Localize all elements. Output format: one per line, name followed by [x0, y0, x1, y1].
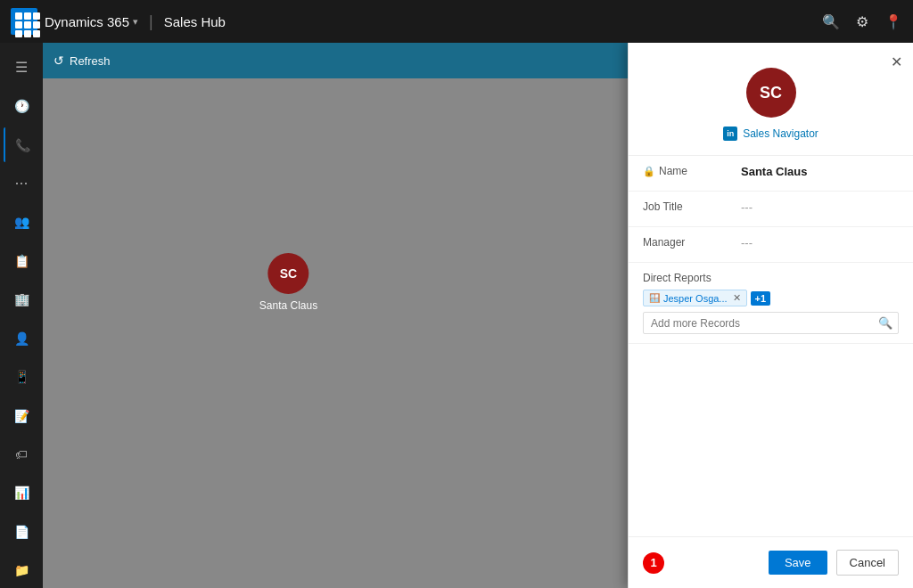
report-tag-name: Jesper Osga... [663, 293, 728, 304]
sidebar-item-contacts[interactable]: 👥 [4, 205, 39, 240]
sidebar-item-more[interactable]: ··· [4, 166, 39, 200]
sidebar-item-accounts[interactable]: 🏢 [4, 282, 39, 317]
nav-separator: | [149, 12, 153, 31]
canvas-avatar-initials: SC [280, 266, 297, 281]
panel-avatar: SC [746, 68, 796, 118]
report-tag: 🪟 Jesper Osga... ✕ [643, 290, 747, 306]
refresh-label: Refresh [70, 54, 111, 68]
lock-icon: 🔒 [643, 166, 655, 177]
dynamics-label: Dynamics 365 [45, 14, 129, 29]
nav-icons: 🔍 ⚙ 📍 [822, 13, 902, 30]
notification-badge: 1 [643, 552, 664, 574]
side-panel: ✕ SC in Sales Navigator 🔒 Name Santa Cla… [628, 43, 913, 588]
direct-reports-label: Direct Reports [643, 272, 711, 284]
sidebar-item-docs[interactable]: 📄 [4, 514, 39, 549]
sidebar-item-phone[interactable]: 📞 [4, 127, 39, 162]
job-title-field-row: Job Title --- [629, 192, 913, 227]
panel-footer: 1 Save Cancel [629, 536, 913, 588]
report-tag-icon: 🪟 [649, 293, 660, 303]
job-title-value: --- [741, 200, 899, 214]
report-tag-close[interactable]: ✕ [733, 292, 741, 304]
main-layout: ☰ 🕐 📞 ··· 👥 📋 🏢 👤 📱 📝 🏷 📊 📄 📁 ↺ Refresh … [0, 43, 913, 588]
save-button[interactable]: Save [769, 551, 827, 575]
search-icon[interactable]: 🔍 [822, 13, 840, 30]
direct-reports-row: 🪟 Jesper Osga... ✕ +1 [643, 290, 899, 306]
content-area: ↺ Refresh SC Santa Claus [43, 43, 628, 588]
sidebar-item-menu[interactable]: ☰ [4, 50, 39, 85]
panel-close-button[interactable]: ✕ [891, 53, 902, 70]
sidebar-item-reports[interactable]: 📊 [4, 476, 39, 510]
panel-avatar-initials: SC [760, 84, 782, 102]
sidebar-item-users[interactable]: 👤 [4, 321, 39, 355]
add-more-input[interactable] [644, 314, 873, 333]
canvas-avatar: SC [268, 253, 309, 294]
plus-badge[interactable]: +1 [751, 291, 771, 306]
sidebar: ☰ 🕐 📞 ··· 👥 📋 🏢 👤 📱 📝 🏷 📊 📄 📁 [0, 43, 43, 588]
sidebar-item-notes[interactable]: 📝 [4, 398, 39, 433]
sidebar-item-calls[interactable]: 📱 [4, 359, 39, 394]
top-nav: Dynamics 365 ▾ | Sales Hub 🔍 ⚙ 📍 [0, 0, 913, 43]
sub-toolbar: ↺ Refresh [43, 43, 628, 78]
canvas-area: SC Santa Claus [43, 78, 628, 588]
waffle-icon[interactable] [11, 8, 37, 35]
manager-field-row: Manager --- [629, 227, 913, 263]
manager-label: Manager [643, 236, 741, 249]
settings-icon[interactable]: ⚙ [856, 13, 868, 30]
panel-linkedin-link[interactable]: in Sales Navigator [723, 127, 818, 141]
name-label: 🔒 Name [643, 165, 741, 177]
add-more-search-icon[interactable]: 🔍 [873, 313, 898, 333]
sidebar-item-tasks[interactable]: 📋 [4, 243, 39, 278]
app-name[interactable]: Dynamics 365 ▾ [45, 14, 138, 29]
canvas-person-name: Santa Claus [259, 299, 317, 312]
name-field-row: 🔒 Name Santa Claus [629, 156, 913, 192]
person-node: SC Santa Claus [259, 253, 317, 312]
job-title-label: Job Title [643, 200, 741, 213]
refresh-button[interactable]: ↺ Refresh [53, 53, 111, 68]
manager-value: --- [741, 236, 899, 249]
app-name-chevron: ▾ [133, 16, 138, 28]
linkedin-label: Sales Navigator [743, 127, 818, 140]
linkedin-icon: in [723, 127, 737, 141]
direct-reports-field-row: Direct Reports 🪟 Jesper Osga... ✕ +1 🔍 [629, 263, 913, 344]
hub-name: Sales Hub [164, 14, 226, 29]
panel-fields: 🔒 Name Santa Claus Job Title --- Manager… [629, 156, 913, 536]
name-value: Santa Claus [741, 165, 899, 178]
sidebar-item-recent[interactable]: 🕐 [4, 88, 39, 123]
refresh-icon: ↺ [53, 53, 64, 68]
add-more-row: 🔍 [643, 312, 899, 334]
direct-reports-content: 🪟 Jesper Osga... ✕ +1 🔍 [643, 290, 899, 334]
sidebar-item-files[interactable]: 📁 [4, 552, 39, 587]
sidebar-item-leads[interactable]: 🏷 [4, 437, 39, 471]
location-icon[interactable]: 📍 [884, 13, 902, 30]
panel-header: SC in Sales Navigator [629, 43, 913, 156]
cancel-button[interactable]: Cancel [836, 550, 899, 576]
